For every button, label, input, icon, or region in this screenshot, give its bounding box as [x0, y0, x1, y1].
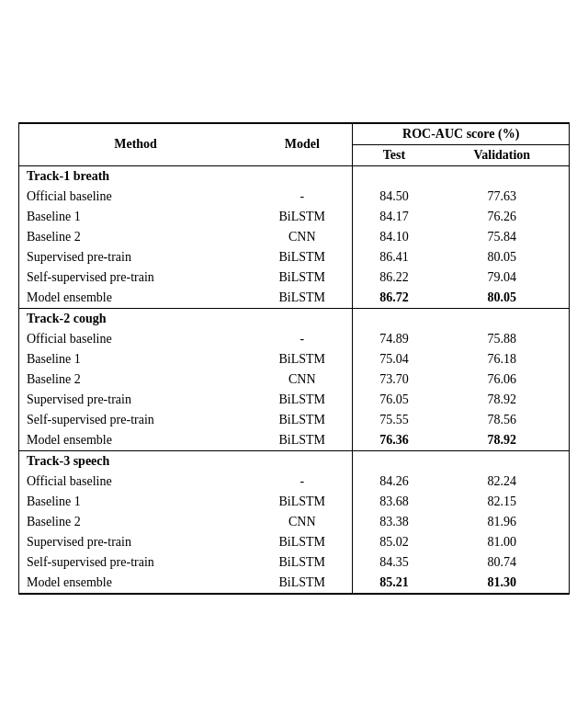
method-cell: Official baseline	[19, 329, 252, 349]
model-cell: BiLSTM	[252, 349, 353, 369]
test-cell: 85.02	[353, 532, 435, 552]
table-row: Baseline 1BiLSTM84.1776.26	[19, 207, 569, 227]
test-cell: 84.10	[353, 227, 435, 247]
table-row: Model ensembleBiLSTM76.3678.92	[19, 430, 569, 451]
val-cell: 78.56	[435, 410, 569, 430]
track-test-cell	[353, 165, 435, 187]
test-cell: 76.05	[353, 390, 435, 410]
method-cell: Baseline 2	[19, 369, 252, 390]
val-cell: 75.84	[435, 227, 569, 247]
model-cell: -	[252, 329, 353, 349]
test-cell: 84.50	[353, 187, 435, 207]
test-cell: 75.55	[353, 410, 435, 430]
val-cell: 82.24	[435, 472, 569, 492]
val-cell: 75.88	[435, 329, 569, 349]
track-model-cell	[252, 450, 353, 472]
model-cell: -	[252, 472, 353, 492]
method-cell: Model ensemble	[19, 573, 252, 594]
model-cell: BiLSTM	[252, 552, 353, 573]
track-label: Track-1 breath	[19, 165, 252, 187]
track-label: Track-2 cough	[19, 308, 252, 329]
test-cell: 86.72	[353, 288, 435, 309]
track-model-cell	[252, 308, 353, 329]
method-header: Method	[19, 123, 252, 165]
method-cell: Supervised pre-train	[19, 390, 252, 410]
table-row: Self-supervised pre-trainBiLSTM84.3580.7…	[19, 552, 569, 573]
method-cell: Supervised pre-train	[19, 532, 252, 552]
results-table: Method Model ROC-AUC score (%) Test Vali…	[18, 122, 570, 595]
val-cell: 77.63	[435, 187, 569, 207]
val-cell: 81.30	[435, 573, 569, 594]
method-cell: Self-supervised pre-train	[19, 267, 252, 288]
method-cell: Baseline 2	[19, 227, 252, 247]
val-cell: 79.04	[435, 267, 569, 288]
model-cell: BiLSTM	[252, 390, 353, 410]
method-cell: Baseline 1	[19, 349, 252, 369]
table-row: Supervised pre-trainBiLSTM85.0281.00	[19, 532, 569, 552]
method-cell: Self-supervised pre-train	[19, 410, 252, 430]
test-header: Test	[353, 144, 435, 165]
model-cell: BiLSTM	[252, 532, 353, 552]
table-header-top: Method Model ROC-AUC score (%)	[19, 123, 569, 144]
val-cell: 80.05	[435, 288, 569, 309]
model-cell: CNN	[252, 512, 353, 532]
val-cell: 78.92	[435, 430, 569, 451]
method-cell: Self-supervised pre-train	[19, 552, 252, 573]
model-header: Model	[252, 123, 353, 165]
test-cell: 74.89	[353, 329, 435, 349]
model-cell: BiLSTM	[252, 207, 353, 227]
val-cell: 78.92	[435, 390, 569, 410]
model-cell: CNN	[252, 369, 353, 390]
method-cell: Official baseline	[19, 187, 252, 207]
track-test-cell	[353, 450, 435, 472]
table-row: Self-supervised pre-trainBiLSTM86.2279.0…	[19, 267, 569, 288]
table-row: Self-supervised pre-trainBiLSTM75.5578.5…	[19, 410, 569, 430]
table-row: Model ensembleBiLSTM85.2181.30	[19, 573, 569, 594]
table-row: Baseline 2CNN73.7076.06	[19, 369, 569, 390]
table-row: Official baseline-84.5077.63	[19, 187, 569, 207]
model-cell: BiLSTM	[252, 492, 353, 512]
model-cell: BiLSTM	[252, 267, 353, 288]
val-cell: 80.05	[435, 247, 569, 267]
method-cell: Baseline 2	[19, 512, 252, 532]
model-cell: BiLSTM	[252, 247, 353, 267]
roc-header: ROC-AUC score (%)	[353, 123, 569, 144]
method-cell: Supervised pre-train	[19, 247, 252, 267]
test-cell: 84.26	[353, 472, 435, 492]
val-cell: 76.18	[435, 349, 569, 369]
method-cell: Model ensemble	[19, 288, 252, 309]
track-header-row: Track-3 speech	[19, 450, 569, 472]
val-cell: 81.96	[435, 512, 569, 532]
table-row: Supervised pre-trainBiLSTM86.4180.05	[19, 247, 569, 267]
val-cell: 76.26	[435, 207, 569, 227]
validation-header: Validation	[435, 144, 569, 165]
table-row: Official baseline-74.8975.88	[19, 329, 569, 349]
val-cell: 76.06	[435, 369, 569, 390]
model-cell: BiLSTM	[252, 430, 353, 451]
table-row: Baseline 1BiLSTM83.6882.15	[19, 492, 569, 512]
val-cell: 80.74	[435, 552, 569, 573]
model-cell: CNN	[252, 227, 353, 247]
val-cell: 81.00	[435, 532, 569, 552]
table-row: Baseline 2CNN83.3881.96	[19, 512, 569, 532]
track-header-row: Track-2 cough	[19, 308, 569, 329]
test-cell: 86.41	[353, 247, 435, 267]
model-cell: -	[252, 187, 353, 207]
method-cell: Model ensemble	[19, 430, 252, 451]
track-val-cell	[435, 308, 569, 329]
track-label: Track-3 speech	[19, 450, 252, 472]
track-header-row: Track-1 breath	[19, 165, 569, 187]
track-val-cell	[435, 165, 569, 187]
test-cell: 83.38	[353, 512, 435, 532]
test-cell: 75.04	[353, 349, 435, 369]
table-row: Supervised pre-trainBiLSTM76.0578.92	[19, 390, 569, 410]
table-row: Baseline 2CNN84.1075.84	[19, 227, 569, 247]
test-cell: 83.68	[353, 492, 435, 512]
test-cell: 84.35	[353, 552, 435, 573]
track-test-cell	[353, 308, 435, 329]
model-cell: BiLSTM	[252, 410, 353, 430]
test-cell: 76.36	[353, 430, 435, 451]
model-cell: BiLSTM	[252, 573, 353, 594]
test-cell: 73.70	[353, 369, 435, 390]
track-val-cell	[435, 450, 569, 472]
